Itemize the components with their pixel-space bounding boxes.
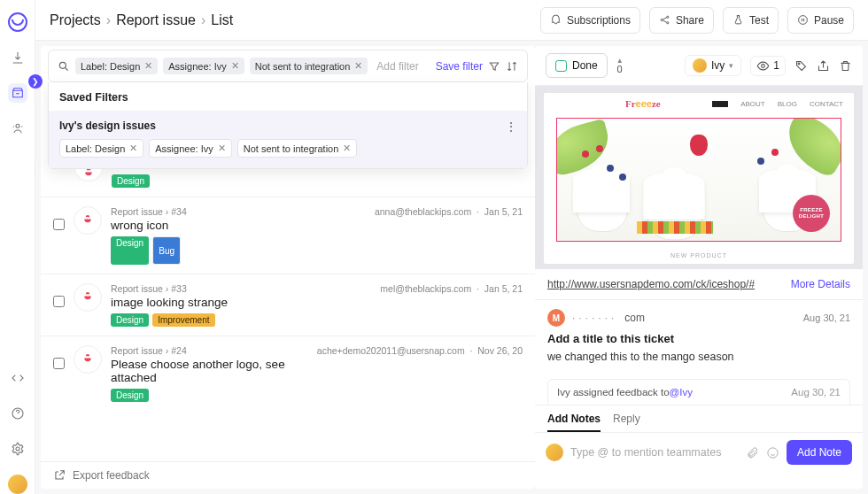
- issue-checkbox[interactable]: [53, 219, 65, 230]
- breadcrumb: Projects › Report issue › List: [50, 12, 233, 28]
- label-badge: Design: [111, 313, 149, 327]
- app-logo[interactable]: [8, 12, 27, 32]
- svg-point-8: [762, 64, 765, 67]
- user-avatar[interactable]: [8, 475, 27, 494]
- export-feedback-button[interactable]: Export feedback: [41, 461, 535, 489]
- test-button[interactable]: Test: [723, 7, 779, 34]
- label-badge: Design: [111, 389, 149, 402]
- more-details-button[interactable]: More Details: [791, 278, 850, 290]
- remove-chip-icon[interactable]: ✕: [129, 143, 137, 154]
- breadcrumb-item[interactable]: List: [211, 12, 233, 28]
- svg-point-4: [667, 16, 669, 18]
- breadcrumb-item[interactable]: Report issue: [116, 12, 196, 28]
- issue-row[interactable]: Design: [41, 174, 535, 197]
- button-label: Export feedback: [73, 469, 150, 482]
- save-filter-button[interactable]: Save filter: [436, 60, 483, 73]
- share-button[interactable]: Share: [649, 7, 714, 34]
- views-count[interactable]: 1: [750, 56, 786, 76]
- issue-list[interactable]: DesignReport issue › #34wrong iconDesign…: [41, 169, 535, 461]
- event-date: Aug 30, 21: [791, 387, 841, 398]
- note-tabs: Add Notes Reply: [535, 405, 863, 432]
- tab-add-notes[interactable]: Add Notes: [547, 413, 601, 432]
- pause-button[interactable]: Pause: [787, 7, 854, 34]
- promo-badge: FREEZEDELIGHT: [793, 195, 830, 232]
- issue-row[interactable]: Report issue › #24Please choose another …: [41, 336, 535, 411]
- bot-icon[interactable]: [8, 119, 27, 138]
- kebab-icon[interactable]: ⋮: [505, 120, 518, 134]
- issue-row[interactable]: Report issue › #34wrong iconDesignBugann…: [41, 197, 535, 274]
- tag-icon[interactable]: [794, 59, 808, 73]
- brand-logo: Freeeze: [625, 98, 661, 109]
- remove-chip-icon[interactable]: ✕: [343, 143, 351, 154]
- issue-meta: mel@theblackips.com · Jan 5, 21: [380, 283, 523, 294]
- issue-title: image looking strange: [111, 296, 371, 309]
- eye-icon: [756, 59, 770, 73]
- filter-chip[interactable]: Assignee: Ivy✕: [163, 58, 244, 74]
- issue-row[interactable]: Report issue › #33image looking strangeD…: [41, 274, 535, 336]
- issue-meta: anna@theblackips.com · Jan 5, 21: [375, 206, 523, 217]
- saved-filter-item[interactable]: Ivy's design issues Label: Design✕ Assig…: [49, 111, 527, 168]
- help-icon[interactable]: [8, 404, 27, 423]
- add-note-button[interactable]: Add Note: [787, 440, 852, 465]
- priority-value: 0: [617, 65, 623, 74]
- bug-icon: [74, 169, 103, 181]
- issue-checkbox[interactable]: [53, 296, 65, 307]
- workspace: Label: Design✕ Assignee: Ivy✕ Not sent t…: [35, 41, 868, 494]
- issue-checkbox[interactable]: [53, 358, 65, 369]
- search-icon[interactable]: [58, 60, 70, 73]
- issue-path: Report issue › #34: [111, 206, 366, 217]
- done-button[interactable]: Done: [546, 53, 608, 78]
- inbox-icon[interactable]: [8, 83, 27, 103]
- svg-point-10: [768, 447, 778, 457]
- remove-chip-icon[interactable]: ✕: [218, 143, 226, 154]
- emoji-icon[interactable]: [766, 446, 779, 459]
- source-url-link[interactable]: http://www.usersnapdemo.com/ck/iceshop/#: [547, 278, 755, 290]
- sort-icon[interactable]: [506, 60, 518, 73]
- remove-chip-icon[interactable]: ✕: [231, 60, 239, 72]
- bug-icon: [74, 206, 102, 235]
- assignee-name: Ivy: [711, 59, 725, 72]
- issue-list-pane: Label: Design✕ Assignee: Ivy✕ Not sent t…: [41, 46, 535, 489]
- filter-chip[interactable]: Label: Design✕: [75, 58, 158, 74]
- trash-icon[interactable]: [839, 59, 852, 73]
- issue-path: Report issue › #24: [111, 345, 308, 356]
- share-out-icon[interactable]: [817, 59, 830, 73]
- tab-reply[interactable]: Reply: [613, 413, 640, 432]
- activity-event: Ivy assigned feedback to @Ivy Aug 30, 21: [547, 379, 850, 405]
- button-label: Share: [676, 14, 704, 27]
- settings-icon[interactable]: [8, 439, 27, 459]
- ticket-description: we changed this to the mango season: [535, 347, 863, 374]
- left-rail: [0, 0, 35, 494]
- nav-item: BLOG: [778, 100, 797, 108]
- export-icon: [53, 469, 66, 482]
- ticket-title[interactable]: Add a title to this ticket: [535, 330, 863, 347]
- svg-point-6: [799, 16, 808, 25]
- priority-stepper[interactable]: ▲0: [616, 58, 624, 74]
- filter-chip[interactable]: Not sent to integration✕: [250, 58, 368, 74]
- breadcrumb-item[interactable]: Projects: [50, 12, 101, 28]
- svg-point-0: [16, 124, 19, 127]
- filter-icon[interactable]: [488, 60, 500, 73]
- reporter-avatar: M: [547, 309, 565, 327]
- filter-chip: Not sent to integration✕: [237, 139, 358, 158]
- remove-chip-icon[interactable]: ✕: [354, 60, 362, 72]
- download-icon[interactable]: [8, 48, 27, 67]
- assignee-selector[interactable]: Ivy▾: [685, 55, 741, 76]
- saved-filter-title: Ivy's design issues: [59, 120, 516, 132]
- nav-item: ABOUT: [740, 100, 765, 108]
- svg-point-9: [798, 63, 800, 65]
- avatar: [693, 58, 707, 73]
- subscriptions-button[interactable]: Subscriptions: [540, 7, 640, 34]
- add-filter-input[interactable]: Add filter: [373, 60, 418, 73]
- note-input[interactable]: [570, 446, 739, 459]
- reporter-row: M ·······com Aug 30, 21: [535, 300, 863, 330]
- expand-rail-icon[interactable]: ❯: [28, 74, 43, 89]
- remove-chip-icon[interactable]: ✕: [144, 60, 152, 72]
- code-icon[interactable]: [8, 368, 27, 388]
- svg-point-5: [667, 22, 669, 24]
- button-label: Subscriptions: [567, 14, 631, 27]
- label-badge: Improvement: [152, 313, 214, 327]
- mention[interactable]: @Ivy: [670, 387, 693, 398]
- nav-active-icon: [712, 101, 728, 107]
- attachment-icon[interactable]: [746, 446, 759, 459]
